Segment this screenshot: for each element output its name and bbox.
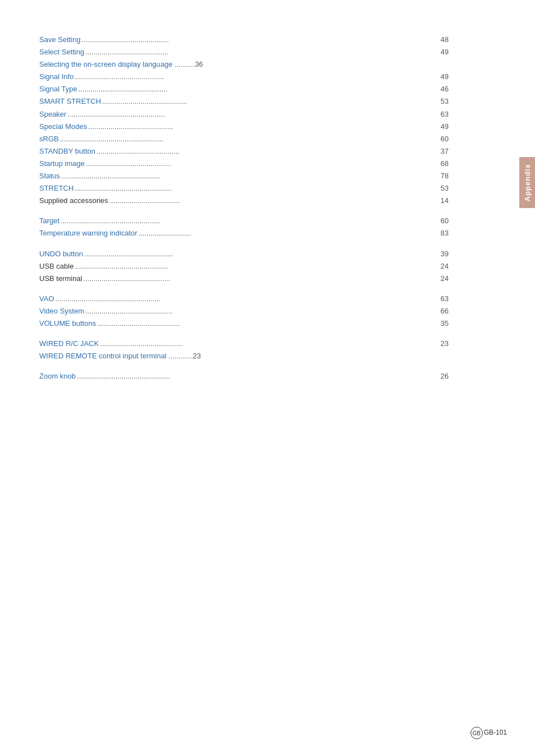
index-entry-undo-button[interactable]: UNDO button ............................… [39,248,449,260]
entry-dots-select-setting: ........................................… [85,46,439,58]
entry-dots-vao: ........................................… [56,293,440,305]
entry-text-usb-cable: USB cable [39,260,73,273]
entry-text-supplied-accessories: Supplied accessories [39,195,108,207]
entry-page-signal-type: 46 [441,83,449,95]
entry-page-select-setting: 49 [441,46,449,58]
entry-page-signal-info: 49 [441,71,449,83]
index-entry-signal-type[interactable]: Signal Type ............................… [39,83,449,95]
entry-text-speaker: Speaker [39,108,66,121]
entry-dots-startup-image: ........................................… [86,158,440,170]
entry-page-special-modes: 49 [441,121,449,133]
entry-page-wired-remote: 23 [193,350,201,362]
entry-page-status: 78 [441,170,449,182]
appendix-tab-label: Appendix [523,164,532,201]
entry-text-status: Status [39,170,60,182]
entry-text-selecting-on-screen: Selecting the on-screen display language… [39,58,195,71]
page-container: Appendix Save Setting ..................… [0,0,535,756]
entry-text-save-setting: Save Setting [39,34,81,46]
entry-page-wired-rc-jack: 23 [441,338,449,350]
index-list: Save Setting ...........................… [39,34,449,382]
entry-page-usb-terminal: 24 [441,273,449,285]
index-entry-srgb[interactable]: sRGB ...................................… [39,133,449,145]
entry-text-video-system: Video System [39,305,84,317]
entry-dots-stretch: ........................................… [75,182,439,195]
index-entry-signal-info[interactable]: Signal Info ............................… [39,71,449,83]
entry-page-speaker: 63 [441,108,449,121]
index-entry-vao[interactable]: VAO ....................................… [39,293,449,305]
entry-dots-status: ........................................… [61,170,440,182]
entry-text-select-setting: Select Setting [39,46,84,58]
main-content: Save Setting ...........................… [0,0,494,416]
entry-page-video-system: 66 [441,305,449,317]
entry-page-standby-button: 37 [441,145,449,158]
entry-dots-srgb: ........................................… [60,133,440,145]
entry-dots-undo-button: ........................................… [84,248,439,260]
entry-page-usb-cable: 24 [441,260,449,273]
page-number-area: GBGB-101 [471,727,507,739]
entry-dots-special-modes: ........................................… [88,121,439,133]
index-entry-wired-remote[interactable]: WIRED REMOTE control input terminal ....… [39,350,449,362]
entry-dots-video-system: ........................................… [85,305,440,317]
entry-text-wired-rc-jack: WIRED R/C JACK [39,338,99,350]
index-entry-select-setting[interactable]: Select Setting .........................… [39,46,449,58]
entry-text-wired-remote: WIRED REMOTE control input terminal ....… [39,350,193,362]
entry-page-srgb: 60 [441,133,449,145]
entry-text-target: Target [39,215,59,227]
entry-dots-target: ........................................… [61,215,439,227]
index-entry-temperature-warning[interactable]: Temperature warning indicator ..........… [39,227,449,239]
entry-dots-usb-cable: ........................................… [75,260,439,273]
page-number-text: GB-101 [484,729,507,736]
entry-page-smart-stretch: 53 [441,95,449,108]
entry-dots-speaker: ........................................… [67,108,439,121]
index-entry-target[interactable]: Target .................................… [39,215,449,227]
index-entry-stretch[interactable]: STRETCH ................................… [39,182,449,195]
appendix-tab: Appendix [519,157,535,208]
entry-text-undo-button: UNDO button [39,248,83,260]
entry-text-signal-info: Signal Info [39,71,73,83]
entry-page-vao: 63 [441,293,449,305]
entry-text-temperature-warning: Temperature warning indicator [39,227,137,239]
entry-dots-volume-buttons: ........................................… [97,317,439,330]
index-entry-standby-button[interactable]: STANDBY button .........................… [39,145,449,158]
entry-dots-smart-stretch: ........................................… [102,95,440,108]
entry-text-stretch: STRETCH [39,182,73,195]
entry-page-volume-buttons: 35 [441,317,449,330]
entry-page-save-setting: 48 [441,34,449,46]
index-entry-special-modes[interactable]: Special Modes ..........................… [39,121,449,133]
index-entry-supplied-accessories[interactable]: Supplied accessories ...................… [39,195,449,207]
entry-page-temperature-warning: 83 [441,227,449,239]
entry-dots-supplied-accessories: ................................... [109,195,440,207]
index-entry-wired-rc-jack[interactable]: WIRED R/C JACK .........................… [39,338,449,350]
index-entry-speaker[interactable]: Speaker ................................… [39,108,449,121]
index-entry-volume-buttons[interactable]: VOLUME buttons .........................… [39,317,449,330]
entry-dots-standby-button: ........................................… [96,145,440,158]
index-entry-startup-image[interactable]: Startup image ..........................… [39,158,449,170]
entry-text-special-modes: Special Modes [39,121,87,133]
entry-dots-usb-terminal: ........................................… [84,273,440,285]
index-entry-zoom-knob[interactable]: Zoom knob ..............................… [39,370,449,382]
index-entry-smart-stretch[interactable]: SMART STRETCH ..........................… [39,95,449,108]
entry-text-startup-image: Startup image [39,158,85,170]
entry-dots-save-setting: ........................................… [82,34,440,46]
entry-text-standby-button: STANDBY button [39,145,95,158]
index-entry-usb-cable[interactable]: USB cable ..............................… [39,260,449,273]
index-entry-usb-terminal[interactable]: USB terminal ...........................… [39,273,449,285]
entry-dots-wired-rc-jack: ........................................… [100,338,439,350]
entry-page-stretch: 53 [441,182,449,195]
index-entry-selecting-on-screen[interactable]: Selecting the on-screen display language… [39,58,449,71]
entry-text-smart-stretch: SMART STRETCH [39,95,101,108]
entry-dots-temperature-warning: .......................... [139,227,440,239]
index-entry-status[interactable]: Status .................................… [39,170,449,182]
entry-text-signal-type: Signal Type [39,83,77,95]
entry-text-srgb: sRGB [39,133,59,145]
entry-page-startup-image: 68 [441,158,449,170]
gb-circle: GB [471,727,483,739]
index-entry-video-system[interactable]: Video System ...........................… [39,305,449,317]
entry-text-vao: VAO [39,293,54,305]
entry-page-zoom-knob: 26 [441,370,449,382]
entry-text-volume-buttons: VOLUME buttons [39,317,96,330]
entry-text-zoom-knob: Zoom knob [39,370,76,382]
entry-dots-signal-type: ........................................… [79,83,440,95]
entry-dots-signal-info: ........................................… [75,71,439,83]
index-entry-save-setting[interactable]: Save Setting ...........................… [39,34,449,46]
